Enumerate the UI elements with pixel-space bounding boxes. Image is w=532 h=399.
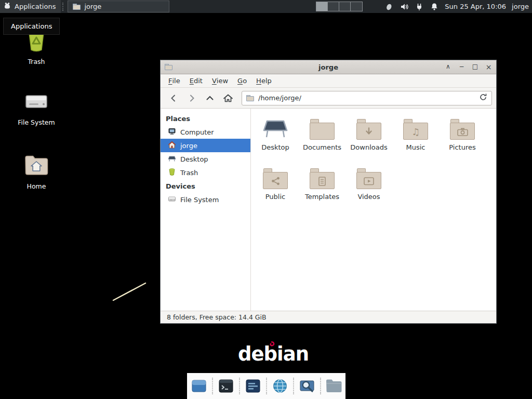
menu-file[interactable]: File — [164, 74, 185, 87]
notification-bell-icon[interactable] — [430, 2, 439, 11]
folder-pictures[interactable]: Pictures — [439, 115, 486, 164]
menu-view[interactable]: View — [207, 74, 233, 87]
maximize-button[interactable]: □ — [472, 63, 478, 71]
folder-label: Desktop — [261, 143, 289, 151]
power-plug-icon[interactable] — [415, 2, 424, 11]
dock-separator — [266, 378, 267, 394]
desktop-icon-home[interactable]: Home — [13, 153, 60, 190]
menu-help[interactable]: Help — [251, 74, 276, 87]
folder-label: Music — [406, 143, 425, 151]
location-folder-icon — [246, 95, 254, 101]
toolbar — [161, 88, 496, 109]
folder-music[interactable]: ♫ Music — [392, 115, 439, 164]
dock-terminal[interactable] — [215, 375, 237, 397]
folder-label: Videos — [357, 193, 380, 201]
workspace-switcher[interactable] — [316, 2, 363, 11]
applications-label: Applications — [15, 3, 56, 10]
volume-icon[interactable] — [400, 2, 409, 11]
panel-separator — [62, 3, 66, 11]
clock[interactable]: Sun 25 Apr, 10:06 — [445, 3, 506, 10]
reload-button[interactable] — [479, 93, 487, 103]
file-grid: Desktop Documents — [251, 109, 496, 311]
dock-application-finder[interactable] — [296, 375, 318, 397]
dock-file-browser[interactable] — [323, 375, 345, 397]
dock-separator — [293, 378, 294, 394]
desktop-shortcut-icon — [168, 154, 176, 164]
dock — [187, 373, 345, 399]
menu-edit[interactable]: Edit — [185, 74, 207, 87]
globe-icon — [272, 378, 288, 394]
folder-label: Templates — [305, 193, 339, 201]
desktop-icon-file-system[interactable]: File System — [13, 89, 60, 126]
debian-swirl-icon — [268, 341, 276, 349]
folder-desktop[interactable]: Desktop — [252, 115, 299, 164]
menu-go[interactable]: Go — [233, 74, 251, 87]
location-bar[interactable] — [242, 91, 492, 105]
home-button[interactable] — [219, 90, 236, 106]
camera-icon — [450, 124, 475, 140]
workspace-2[interactable] — [328, 2, 339, 11]
debian-logo: debian — [238, 343, 309, 365]
workspace-1[interactable] — [316, 2, 328, 11]
location-input[interactable] — [258, 94, 475, 102]
folder-label: Documents — [303, 143, 341, 151]
taskbar-window-button[interactable]: jorge — [68, 1, 169, 12]
minimize-button[interactable]: − — [458, 63, 465, 71]
folder-videos[interactable]: Videos — [345, 164, 392, 214]
dock-web-browser[interactable] — [269, 375, 291, 397]
sidebar-item-label: Desktop — [180, 155, 208, 163]
dock-file-manager[interactable] — [188, 375, 210, 397]
folder-label: Pictures — [449, 143, 475, 151]
desktop-icon-label: Trash — [28, 58, 45, 65]
sidebar-item-label: jorge — [180, 142, 197, 150]
folder-icon — [450, 118, 475, 140]
task-window-icon — [73, 4, 81, 10]
dock-separator — [239, 378, 240, 394]
sidebar-item-computer[interactable]: Computer — [161, 125, 250, 139]
folder-downloads[interactable]: Downloads — [345, 115, 392, 164]
workspace-3[interactable] — [339, 2, 351, 11]
drive-icon — [24, 89, 49, 115]
sidebar: Places Computer jorge — [161, 109, 251, 311]
download-arrow-icon — [356, 124, 381, 140]
folder-icon — [263, 167, 288, 189]
task-window-label: jorge — [84, 3, 101, 10]
home-icon — [168, 141, 176, 151]
dock-separator — [212, 378, 213, 394]
dock-terminal-alt[interactable] — [242, 375, 264, 397]
workspace-4[interactable] — [351, 2, 362, 11]
close-button[interactable]: × — [485, 63, 492, 71]
home-folder-icon — [24, 153, 49, 179]
desktop-stray-line — [109, 280, 151, 305]
sidebar-item-trash[interactable]: Trash — [161, 166, 250, 179]
applications-menu-button[interactable]: Applications — [0, 0, 61, 13]
sidebar-item-label: Computer — [180, 128, 214, 136]
back-button[interactable] — [165, 90, 182, 106]
folder-icon — [310, 118, 335, 140]
folder-public[interactable]: Public — [252, 164, 299, 214]
sidebar-item-desktop[interactable]: Desktop — [161, 152, 250, 166]
sidebar-item-file-system[interactable]: File System — [161, 193, 250, 206]
desk-icon — [262, 116, 289, 140]
applications-tooltip: Applications — [3, 18, 60, 35]
desktop-icon-label: Home — [27, 182, 46, 190]
folder-documents[interactable]: Documents — [299, 115, 345, 164]
sidebar-item-label: Trash — [180, 169, 198, 177]
forward-button[interactable] — [183, 90, 200, 106]
up-button[interactable] — [201, 90, 218, 106]
music-note-icon: ♫ — [403, 124, 428, 140]
top-panel: Applications jorge Sun 25 — [0, 0, 532, 13]
places-header: Places — [161, 112, 250, 125]
system-tray: Sun 25 Apr, 10:06 jorge — [384, 0, 529, 13]
sidebar-item-jorge[interactable]: jorge — [161, 139, 250, 152]
status-text: 8 folders, Free space: 14.4 GiB — [167, 313, 267, 321]
trash-small-icon — [168, 168, 176, 178]
panel-username[interactable]: jorge — [512, 3, 529, 10]
document-icon — [310, 173, 335, 189]
folder-templates[interactable]: Templates — [299, 164, 345, 214]
sidebar-item-label: File System — [180, 196, 219, 204]
window-titlebar[interactable]: jorge ∧ − □ × — [161, 60, 496, 74]
mouse-status-icon[interactable] — [384, 2, 394, 11]
shade-button[interactable]: ∧ — [445, 63, 451, 71]
folder-label: Public — [265, 193, 285, 201]
